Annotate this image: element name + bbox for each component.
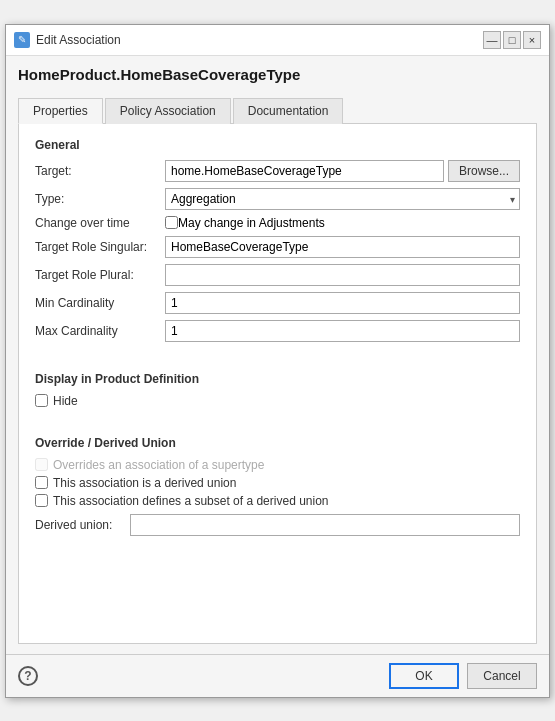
cancel-button[interactable]: Cancel <box>467 663 537 689</box>
may-change-wrapper: May change in Adjustments <box>165 216 325 230</box>
target-input[interactable] <box>165 160 444 182</box>
title-bar: ✎ Edit Association — □ × <box>6 25 549 56</box>
min-cardinality-row: Min Cardinality <box>35 292 520 314</box>
min-cardinality-input[interactable] <box>165 292 520 314</box>
change-over-time-label: Change over time <box>35 216 165 230</box>
derived-union-label: This association is a derived union <box>53 476 236 490</box>
overrides-label: Overrides an association of a supertype <box>53 458 264 472</box>
target-row: Target: Browse... <box>35 160 520 182</box>
subset-checkbox[interactable] <box>35 494 48 507</box>
hide-row: Hide <box>35 394 520 408</box>
tab-properties[interactable]: Properties <box>18 98 103 124</box>
minimize-button[interactable]: — <box>483 31 501 49</box>
target-role-plural-row: Target Role Plural: <box>35 264 520 286</box>
max-cardinality-input[interactable] <box>165 320 520 342</box>
derived-union-field-row: Derived union: <box>35 514 520 536</box>
footer: ? OK Cancel <box>6 654 549 697</box>
subset-row: This association defines a subset of a d… <box>35 494 520 508</box>
target-role-singular-label: Target Role Singular: <box>35 240 165 254</box>
may-change-label: May change in Adjustments <box>178 216 325 230</box>
max-cardinality-row: Max Cardinality <box>35 320 520 342</box>
tab-policy-association[interactable]: Policy Association <box>105 98 231 124</box>
type-label: Type: <box>35 192 165 206</box>
type-row: Type: Aggregation Composition Associatio… <box>35 188 520 210</box>
target-role-plural-label: Target Role Plural: <box>35 268 165 282</box>
section-override-label: Override / Derived Union <box>35 436 520 450</box>
derived-union-row: This association is a derived union <box>35 476 520 490</box>
footer-buttons: OK Cancel <box>389 663 537 689</box>
close-button[interactable]: × <box>523 31 541 49</box>
target-label: Target: <box>35 164 165 178</box>
type-select[interactable]: Aggregation Composition Association <box>165 188 520 210</box>
derived-union-checkbox[interactable] <box>35 476 48 489</box>
min-cardinality-label: Min Cardinality <box>35 296 165 310</box>
page-title: HomeProduct.HomeBaseCoverageType <box>18 66 537 83</box>
derived-union-field-label: Derived union: <box>35 518 130 532</box>
change-over-time-row: Change over time May change in Adjustmen… <box>35 216 520 230</box>
target-role-singular-input[interactable] <box>165 236 520 258</box>
window-body: HomeProduct.HomeBaseCoverageType Propert… <box>6 56 549 654</box>
hide-label: Hide <box>53 394 78 408</box>
tab-content-properties: General Target: Browse... Type: Aggregat… <box>18 124 537 644</box>
section-display-label: Display in Product Definition <box>35 372 520 386</box>
ok-button[interactable]: OK <box>389 663 459 689</box>
window-title: Edit Association <box>36 33 121 47</box>
tab-documentation[interactable]: Documentation <box>233 98 344 124</box>
hide-checkbox[interactable] <box>35 394 48 407</box>
edit-association-window: ✎ Edit Association — □ × HomeProduct.Hom… <box>5 24 550 698</box>
derived-union-field-input[interactable] <box>130 514 520 536</box>
maximize-button[interactable]: □ <box>503 31 521 49</box>
may-change-checkbox[interactable] <box>165 216 178 229</box>
window-controls: — □ × <box>483 31 541 49</box>
help-button[interactable]: ? <box>18 666 38 686</box>
target-role-singular-row: Target Role Singular: <box>35 236 520 258</box>
type-select-wrapper: Aggregation Composition Association ▾ <box>165 188 520 210</box>
title-bar-left: ✎ Edit Association <box>14 32 121 48</box>
window-icon: ✎ <box>14 32 30 48</box>
browse-button[interactable]: Browse... <box>448 160 520 182</box>
overrides-row: Overrides an association of a supertype <box>35 458 520 472</box>
subset-label: This association defines a subset of a d… <box>53 494 329 508</box>
overrides-checkbox[interactable] <box>35 458 48 471</box>
max-cardinality-label: Max Cardinality <box>35 324 165 338</box>
target-role-plural-input[interactable] <box>165 264 520 286</box>
section-general-label: General <box>35 138 520 152</box>
tab-bar: Properties Policy Association Documentat… <box>18 97 537 124</box>
